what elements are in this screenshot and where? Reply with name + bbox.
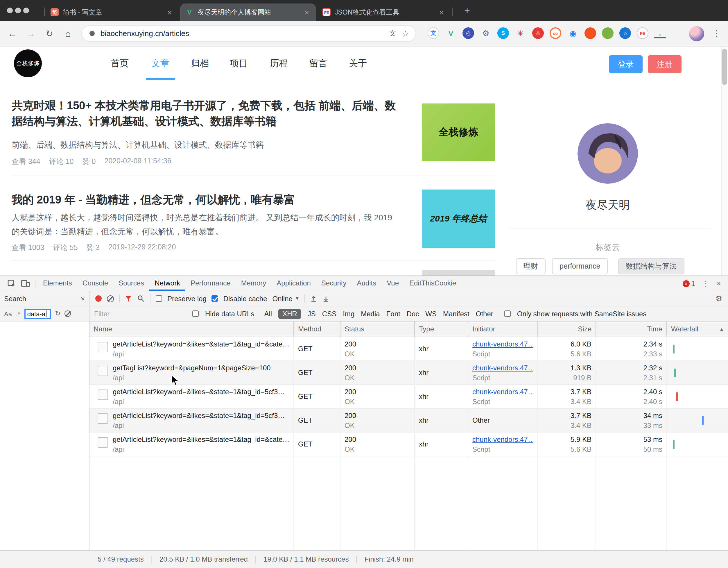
network-search-icon[interactable] — [137, 295, 145, 302]
devtools-tab-application[interactable]: Application — [271, 276, 316, 291]
pin-extension-icon[interactable]: ◉ — [567, 27, 579, 39]
tab-close-icon[interactable]: × — [166, 8, 174, 17]
initiator-link[interactable]: chunk-vendors.47… — [472, 363, 533, 373]
home-button[interactable]: ⌂ — [62, 28, 74, 39]
hide-data-urls-checkbox[interactable] — [192, 311, 199, 317]
new-tab-button[interactable]: + — [460, 4, 474, 18]
window-minimize-button[interactable] — [15, 8, 21, 13]
profile-avatar[interactable] — [689, 26, 704, 41]
match-case-toggle[interactable]: Aa — [4, 310, 12, 317]
request-name[interactable]: getTagList?keyword=&pageNum=1&pageSize=1… — [113, 363, 271, 373]
window-zoom-button[interactable] — [23, 8, 29, 13]
filter-type-ws[interactable]: WS — [425, 310, 437, 318]
browser-menu-icon[interactable]: ⋮ — [712, 28, 720, 38]
browser-tab-json-tool[interactable]: FE JSON格式化查看工具 × — [317, 3, 451, 21]
filter-type-js[interactable]: JS — [308, 310, 316, 318]
initiator-link[interactable]: chunk-vendors.47… — [472, 387, 533, 397]
device-toolbar-icon[interactable] — [19, 276, 33, 291]
hide-data-urls-label[interactable]: Hide data URLs — [205, 310, 254, 318]
nav-item-timeline[interactable]: 历程 — [270, 58, 288, 70]
gear-extension-icon[interactable]: ⚙ — [480, 27, 492, 39]
devtools-tab-security[interactable]: Security — [316, 276, 352, 291]
tab-close-icon[interactable]: × — [437, 8, 446, 17]
devtools-tab-console[interactable]: Console — [77, 276, 113, 291]
column-header-size[interactable]: Size — [538, 322, 596, 337]
disable-cache-checkbox[interactable] — [212, 295, 218, 302]
back-button[interactable]: ← — [6, 28, 19, 39]
regex-toggle[interactable]: .* — [16, 310, 20, 317]
page-scrollbar-thumb[interactable] — [722, 49, 727, 85]
search-refresh-icon[interactable]: ↻ — [55, 310, 60, 318]
s-extension-icon[interactable]: S — [497, 27, 509, 39]
inspect-element-icon[interactable] — [5, 276, 19, 291]
disable-cache-label[interactable]: Disable cache — [223, 295, 267, 303]
asterisk-extension-icon[interactable]: ✳ — [515, 27, 526, 39]
author-name[interactable]: 夜尽天明 — [550, 198, 666, 213]
column-header-method[interactable]: Method — [294, 322, 340, 337]
column-header-name[interactable]: Name — [89, 322, 294, 337]
column-header-time[interactable]: Time — [596, 322, 667, 337]
reload-button[interactable]: ↻ — [43, 28, 56, 39]
search-input[interactable]: data-a — [24, 309, 51, 319]
search-clear-icon[interactable] — [64, 311, 71, 317]
translate-extension-icon[interactable]: 文 — [428, 27, 439, 39]
filter-type-css[interactable]: CSS — [322, 310, 336, 318]
orange-dot-extension-icon[interactable] — [584, 27, 596, 39]
samesite-checkbox[interactable] — [504, 311, 511, 317]
export-har-icon[interactable] — [323, 295, 330, 302]
nav-item-articles[interactable]: 文章 — [151, 58, 169, 70]
devtools-tab-network[interactable]: Network — [149, 276, 185, 291]
forward-button[interactable]: → — [24, 28, 37, 39]
clear-requests-icon[interactable] — [107, 295, 114, 302]
green-extension-icon[interactable] — [602, 27, 614, 39]
article-thumbnail[interactable]: 全栈修炼 — [422, 103, 495, 161]
filter-funnel-icon[interactable] — [125, 295, 132, 302]
samesite-label[interactable]: Only show requests with SameSite issues — [517, 310, 647, 318]
filter-type-img[interactable]: Img — [343, 310, 354, 318]
devtools-tab-vue[interactable]: Vue — [381, 276, 404, 291]
fe-extension-icon[interactable]: FE — [637, 27, 648, 39]
nav-item-about[interactable]: 关于 — [349, 58, 367, 70]
url-text[interactable]: biaochenxuying.cn/articles — [101, 29, 189, 38]
filter-type-xhr-active[interactable]: XHR — [278, 309, 301, 319]
tag-data-structures[interactable]: 数据结构与算法 — [618, 258, 684, 274]
ring-extension-icon[interactable]: ○ — [619, 27, 631, 39]
nav-item-messages[interactable]: 留言 — [309, 58, 327, 70]
filter-type-all[interactable]: All — [264, 310, 272, 318]
throttling-select[interactable]: Online ▼ — [272, 295, 300, 303]
tab-close-icon[interactable]: × — [303, 8, 311, 17]
tag-licai[interactable]: 理财 — [516, 258, 546, 274]
column-header-waterfall[interactable]: Waterfall ▲ — [667, 322, 728, 337]
request-name[interactable]: getArticleList?keyword=&likes=&state=1&t… — [113, 434, 289, 445]
filter-input[interactable]: Filter — [94, 310, 186, 318]
translate-icon[interactable]: 文 — [390, 29, 396, 38]
article-thumbnail[interactable]: 2019 年终总结 — [422, 189, 495, 248]
browser-tab-jianshu[interactable]: 简 简书 - 写文章 × — [45, 3, 179, 21]
article-title[interactable]: 我的 2019 年 - 当勤精进，但念无常，何以解忧，唯有暴富 — [12, 192, 402, 207]
network-request-row[interactable]: getArticleList?keyword=&likes=&state=1&t… — [89, 433, 728, 456]
column-header-status[interactable]: Status — [340, 322, 415, 337]
network-request-row[interactable]: getArticleList?keyword=&likes=&state=1&t… — [89, 385, 728, 409]
preserve-log-label[interactable]: Preserve log — [167, 295, 207, 303]
window-close-button[interactable] — [7, 8, 13, 13]
preserve-log-checkbox[interactable] — [156, 295, 162, 302]
filter-type-media[interactable]: Media — [361, 310, 380, 318]
initiator-link[interactable]: chunk-vendors.47… — [472, 339, 533, 350]
register-button[interactable]: 注册 — [648, 55, 682, 73]
bookmark-star-icon[interactable]: ☆ — [402, 29, 409, 38]
author-avatar[interactable] — [578, 123, 638, 184]
filter-type-other[interactable]: Other — [476, 310, 493, 318]
red-extension-icon[interactable]: ∴ — [532, 27, 544, 39]
devtools-menu-icon[interactable]: ⋮ — [702, 279, 710, 288]
search-pane-close-icon[interactable]: × — [81, 295, 85, 303]
vue-extension-icon[interactable]: V — [445, 27, 457, 39]
downloads-icon[interactable]: ↓ — [654, 28, 666, 38]
devtools-tab-audits[interactable]: Audits — [352, 276, 381, 291]
record-button[interactable] — [95, 295, 102, 302]
nav-item-home[interactable]: 首页 — [111, 58, 129, 70]
console-error-badge[interactable]: × 1 — [682, 279, 695, 288]
nav-item-archive[interactable]: 归档 — [191, 58, 209, 70]
column-header-type[interactable]: Type — [415, 322, 468, 337]
filter-type-doc[interactable]: Doc — [407, 310, 419, 318]
request-name[interactable]: getArticleList?keyword=&likes=&state=1&t… — [113, 339, 289, 350]
